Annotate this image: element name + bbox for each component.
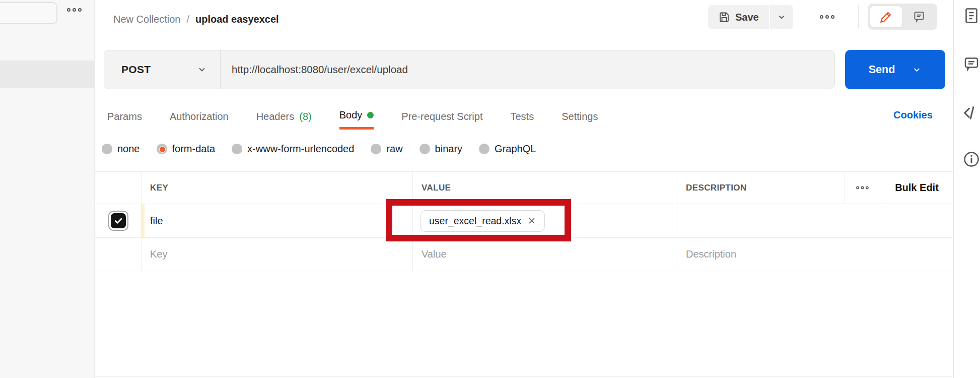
breadcrumb-request-name[interactable]: upload easyexcel xyxy=(195,14,279,25)
method-select[interactable]: POST xyxy=(104,50,221,89)
content-bottom-border xyxy=(95,376,953,377)
save-options-chevron[interactable] xyxy=(769,5,793,29)
documentation-icon[interactable] xyxy=(962,7,980,25)
app-window: New Collection / upload easyexcel Save xyxy=(0,0,980,378)
breadcrumb-separator: / xyxy=(186,14,189,25)
value-cell-placeholder[interactable]: Value xyxy=(413,238,677,271)
body-type-selector: none form-data x-www-form-urlencoded raw… xyxy=(102,143,536,155)
save-button-label: Save xyxy=(735,12,759,23)
cookies-link[interactable]: Cookies xyxy=(893,109,933,121)
send-button-label: Send xyxy=(869,64,895,76)
row-checkbox-cell xyxy=(95,204,142,237)
send-button[interactable]: Send xyxy=(845,50,945,89)
table-row-file: file user_excel_read.xlsx xyxy=(95,204,953,238)
header-divider xyxy=(858,5,859,28)
bulk-edit-button[interactable]: Bulk Edit xyxy=(880,172,953,204)
key-cell[interactable]: file xyxy=(142,204,413,237)
tab-headers[interactable]: Headers(8) xyxy=(256,103,312,130)
request-tabs: Params Authorization Headers(8) Body Pre… xyxy=(107,103,598,130)
edit-comment-toggle xyxy=(868,4,937,30)
info-icon[interactable] xyxy=(962,150,980,168)
value-cell[interactable]: user_excel_read.xlsx xyxy=(413,204,677,237)
body-type-form-data[interactable]: form-data xyxy=(157,143,216,155)
left-sidebar xyxy=(0,0,95,378)
file-chip-remove-icon[interactable] xyxy=(527,216,536,225)
row-checkbox-cell xyxy=(95,238,142,271)
row-checkbox[interactable] xyxy=(108,211,128,231)
body-type-x-www-form-urlencoded[interactable]: x-www-form-urlencoded xyxy=(232,143,354,155)
comment-mode-button[interactable] xyxy=(903,6,935,27)
radio-icon xyxy=(102,144,112,154)
request-url-bar: POST http://localhost:8080/user/excel/up… xyxy=(104,50,835,89)
sidebar-selected-item[interactable] xyxy=(0,60,95,88)
body-type-none[interactable]: none xyxy=(102,143,140,155)
form-data-table: KEY VALUE DESCRIPTION Bulk Edit file xyxy=(95,171,953,271)
select-all-cell xyxy=(95,172,142,204)
tab-settings[interactable]: Settings xyxy=(562,103,598,130)
edit-mode-button[interactable] xyxy=(870,6,902,27)
tab-tests[interactable]: Tests xyxy=(510,103,534,130)
url-input[interactable]: http://localhost:8080/user/excel/upload xyxy=(221,64,408,76)
method-chevron-icon xyxy=(197,65,207,75)
comments-icon[interactable] xyxy=(962,54,980,73)
request-more-icon[interactable] xyxy=(820,15,834,19)
radio-icon xyxy=(232,144,242,154)
sidebar-search-box[interactable] xyxy=(0,2,57,24)
description-column-header: DESCRIPTION xyxy=(677,172,845,204)
tab-authorization[interactable]: Authorization xyxy=(170,103,229,130)
tab-pre-request-script[interactable]: Pre-request Script xyxy=(401,103,482,130)
body-type-graphql[interactable]: GraphQL xyxy=(479,143,536,155)
tab-params[interactable]: Params xyxy=(107,103,142,130)
radio-icon xyxy=(479,144,489,154)
sidebar-more-icon[interactable] xyxy=(67,8,82,12)
value-column-header: VALUE xyxy=(413,172,677,204)
breadcrumb-collection[interactable]: New Collection xyxy=(113,14,180,25)
method-label: POST xyxy=(121,64,151,76)
description-cell[interactable] xyxy=(677,204,953,237)
table-more-cell[interactable] xyxy=(845,172,880,204)
radio-icon xyxy=(371,144,381,154)
table-more-icon xyxy=(856,186,869,190)
save-icon xyxy=(718,11,730,23)
description-cell-placeholder[interactable]: Description xyxy=(677,238,953,271)
radio-selected-icon xyxy=(157,144,167,154)
send-options-chevron-icon xyxy=(912,65,922,75)
code-icon[interactable] xyxy=(962,103,980,121)
body-type-raw[interactable]: raw xyxy=(371,143,402,155)
radio-icon xyxy=(419,144,430,154)
checkbox-checked-icon xyxy=(111,213,126,228)
key-cell-placeholder[interactable]: Key xyxy=(142,238,413,271)
save-button-group: Save xyxy=(708,5,793,29)
body-modified-dot xyxy=(367,112,374,118)
breadcrumb: New Collection / upload easyexcel xyxy=(113,0,279,38)
table-header-row: KEY VALUE DESCRIPTION Bulk Edit xyxy=(95,171,953,204)
file-chip-label: user_excel_read.xlsx xyxy=(429,215,521,227)
body-type-binary[interactable]: binary xyxy=(419,143,462,155)
cell-edit-indicator xyxy=(142,204,145,237)
tab-body[interactable]: Body xyxy=(339,103,374,130)
file-chip[interactable]: user_excel_read.xlsx xyxy=(421,210,545,232)
key-column-header: KEY xyxy=(142,172,413,204)
headers-count: (8) xyxy=(299,111,311,122)
table-row-empty: Key Value Description xyxy=(95,238,953,271)
save-button[interactable]: Save xyxy=(708,5,769,29)
